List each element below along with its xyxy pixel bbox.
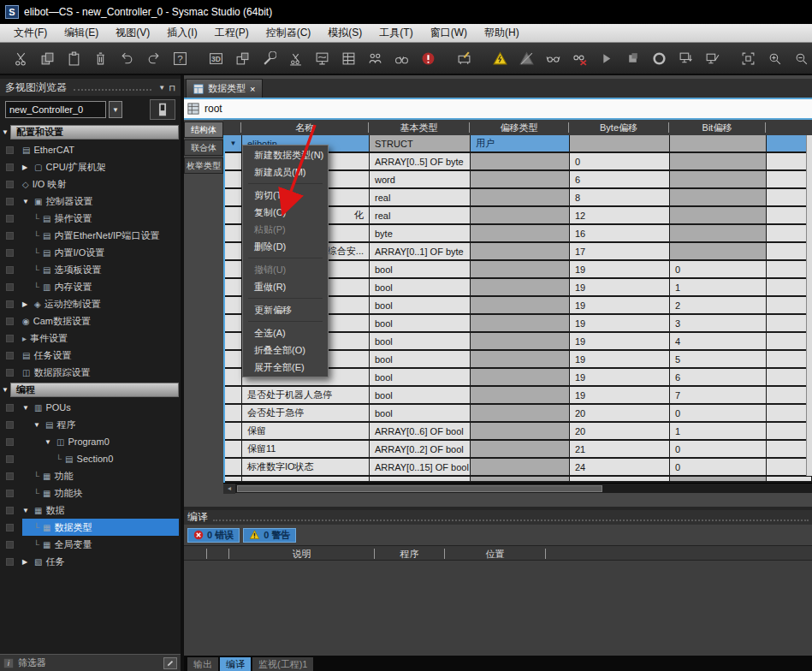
offset-type-cell[interactable] [471,477,570,481]
extra-cell[interactable] [767,477,812,481]
bit-offset-cell[interactable]: 2 [670,297,767,313]
bottom-tab-监视(工程)1[interactable]: 监视(工程)1 [252,657,313,671]
byte-offset-cell[interactable]: 19 [570,387,670,403]
cut-icon[interactable] [11,49,30,68]
base-type-cell[interactable]: bool [370,297,471,313]
tree-item[interactable]: ▶▢CPU/扩展机架 [0,158,181,175]
byte-offset-cell[interactable]: 21 [570,441,670,457]
table-row[interactable]: 是否处于机器人急停bool197 [225,387,812,405]
bit-offset-cell[interactable]: 1 [670,423,767,439]
tree-item[interactable]: ▼◫Program0 [0,433,181,450]
base-type-cell[interactable]: bool [370,315,471,331]
context-menu-item[interactable]: 新建数据类型(N) [243,146,328,163]
context-menu-item[interactable]: 全选(A) [243,324,328,341]
offset-type-cell[interactable] [471,387,570,403]
tree-item[interactable]: └▤内置I/O设置 [0,244,181,261]
delete-icon[interactable] [91,49,110,68]
build-warning-icon[interactable] [490,49,509,68]
byte-offset-cell[interactable]: 19 [570,333,670,349]
bottom-tab-编译[interactable]: 编译 [220,657,251,671]
menu-item[interactable]: 模拟(S) [319,24,370,42]
base-type-cell[interactable]: bool [370,387,471,403]
base-type-cell[interactable]: bool [370,351,471,367]
controller-offline-icon[interactable] [702,49,721,68]
multiview-explorer-header[interactable]: 多视图浏览器 ▼ ⊓ [0,79,181,96]
undo-icon[interactable] [117,49,136,68]
offset-type-cell[interactable] [471,405,570,421]
tree-item[interactable]: └▦数据类型 [0,519,181,536]
name-cell[interactable]: 标准数字IO状态 [242,459,370,475]
zoom-fit-icon[interactable] [738,49,757,68]
bit-offset-cell[interactable] [670,243,767,259]
base-type-cell[interactable]: ARRAY[0..2] OF bool [370,441,471,457]
chevron-down-icon[interactable]: ▼ [158,84,165,92]
bit-offset-cell[interactable] [670,171,767,187]
base-type-cell[interactable]: bool [370,369,471,385]
byte-offset-cell[interactable] [570,135,670,151]
base-type-cell[interactable]: ARRAY[0..5] OF byte [370,153,471,169]
bit-offset-cell[interactable] [670,153,767,169]
column-header[interactable]: 名称 [240,122,368,133]
byte-offset-cell[interactable]: 19 [570,279,670,295]
offset-type-cell[interactable] [471,369,570,385]
wrench-tool-icon[interactable] [259,49,278,68]
base-type-cell[interactable]: real [370,207,471,223]
menu-item[interactable]: 窗口(W) [422,24,476,42]
result-column-header[interactable]: 程序 [374,549,444,559]
offset-type-cell[interactable] [471,189,570,205]
menu-item[interactable]: 工具(T) [370,24,421,42]
watch-window-icon[interactable] [312,49,331,68]
category-tab-3[interactable]: 枚举类型 [184,157,223,174]
byte-offset-cell[interactable]: 0 [570,153,670,169]
offset-type-cell[interactable] [471,153,570,169]
tree-item[interactable]: └▦功能块 [0,484,181,502]
menu-item[interactable]: 文件(F) [5,24,56,42]
tree-item[interactable]: └▥内存设置 [0,278,181,295]
table-row[interactable]: 保留11ARRAY[0..2] OF bool210 [225,441,812,459]
offset-type-cell[interactable] [471,423,570,439]
offset-type-cell[interactable] [471,459,570,475]
horizontal-scrollbar[interactable]: ◂ [223,483,812,493]
context-menu-item[interactable]: 展开全部(E) [243,359,328,376]
bit-offset-cell[interactable]: 0 [670,261,767,277]
scrollbar-handle[interactable] [237,485,602,492]
byte-offset-cell[interactable]: 17 [570,243,670,259]
warnings-badge[interactable]: 0 警告 [243,528,296,543]
menu-item[interactable]: 编辑(E) [56,24,107,42]
byte-offset-cell[interactable]: 19 [570,351,670,367]
tree-item[interactable]: ◉Cam数据设置 [0,312,181,330]
variable-cut-icon[interactable] [286,49,305,68]
bottom-tab-输出[interactable]: 输出 [187,657,218,671]
offset-type-cell[interactable] [471,171,570,187]
byte-offset-cell[interactable]: 8 [570,189,670,205]
chevron-right-icon[interactable]: ▶ [22,300,31,308]
bit-offset-cell[interactable]: 5 [670,351,767,367]
help-icon[interactable]: ? [170,49,189,68]
bit-offset-cell[interactable]: 0 [670,405,767,421]
context-menu-item[interactable]: 剪切(T) [243,187,328,204]
watch-table-icon[interactable] [339,49,358,68]
column-header[interactable]: Bit偏移 [668,122,765,133]
copy-icon[interactable] [38,49,56,68]
section-header-programming[interactable]: ▼编程 [0,383,179,397]
bit-offset-cell[interactable]: 0 [670,441,767,457]
pin-icon[interactable]: ⊓ [169,83,175,92]
base-type-cell[interactable]: real [370,189,471,205]
byte-offset-cell[interactable]: 12 [570,207,670,223]
chevron-down-icon[interactable]: ▼ [0,386,10,394]
filter-bar[interactable]: i 筛选器 [0,654,181,671]
tab-data-types[interactable]: 数据类型 × [186,79,263,98]
filter-edit-button[interactable] [163,657,177,669]
tree-item[interactable]: ▼▤程序 [0,416,181,433]
section-header-configurations[interactable]: ▼配置和设置 [0,125,179,140]
bit-offset-cell[interactable]: 1 [670,279,767,295]
vertical-scrollbar[interactable] [806,135,812,476]
context-menu-item[interactable]: 更新偏移 [243,301,328,318]
simulation-run-icon[interactable] [596,49,615,68]
redo-icon[interactable] [144,49,163,68]
monitor-glasses-icon[interactable] [543,49,562,68]
abort-icon[interactable] [418,49,437,68]
byte-offset-cell[interactable]: 19 [570,297,670,313]
bit-offset-cell[interactable] [670,135,767,151]
bit-offset-cell[interactable] [670,207,767,223]
